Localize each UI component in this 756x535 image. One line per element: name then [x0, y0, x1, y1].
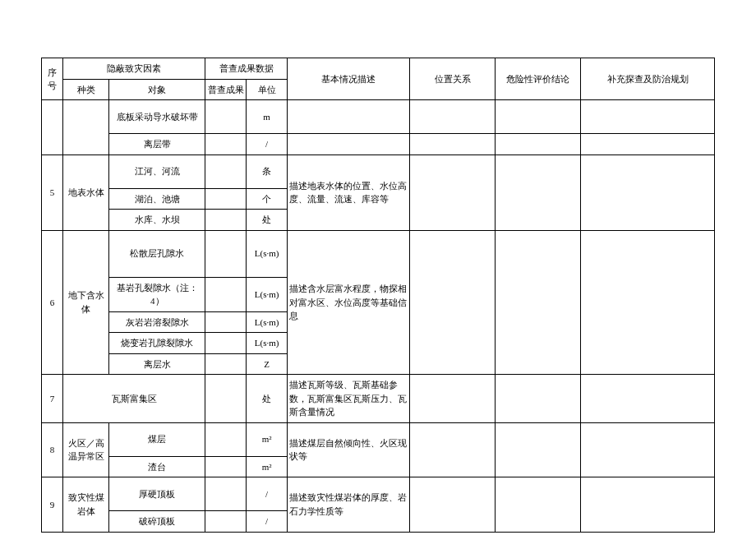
header-result: 普查成果 — [205, 79, 247, 100]
cell-object: 煤层 — [109, 422, 205, 456]
table-row: 7 瓦斯富集区 处 描述瓦斯等级、瓦斯基础参数，瓦斯富集区瓦斯压力、瓦斯含量情况 — [42, 375, 715, 423]
cell-unit: / — [247, 511, 288, 533]
cell-seq — [42, 100, 63, 155]
cell-kind — [63, 100, 109, 155]
page-content: 序号 隐蔽致灾因素 普查成果数据 基本情况描述 位置关系 危险性评价结论 补充探… — [0, 0, 756, 535]
cell-seq: 8 — [42, 422, 63, 477]
table-row: 9 致灾性煤岩体 厚硬顶板 / 描述致灾性煤岩体的厚度、岩石力学性质等 — [42, 477, 715, 511]
cell-object: 水库、水坝 — [109, 210, 205, 231]
cell-seq: 6 — [42, 230, 63, 375]
cell-unit: m² — [247, 422, 288, 456]
cell-desc: 描述致灾性煤岩体的厚度、岩石力学性质等 — [287, 477, 410, 533]
cell-object: 底板采动导水破坏带 — [109, 100, 205, 134]
header-basic: 基本情况描述 — [287, 58, 410, 100]
cell-pos — [410, 477, 496, 533]
cell-object: 基岩孔裂隙水（注：4） — [109, 277, 205, 311]
header-object: 对象 — [109, 79, 205, 100]
cell-desc: 描述地表水体的位置、水位高度、流量、流速、库容等 — [287, 155, 410, 230]
cell-kind-object: 瓦斯富集区 — [63, 375, 205, 423]
cell-result — [205, 375, 247, 423]
cell-unit: L(s·m) — [247, 277, 288, 311]
table-row: 5 地表水体 江河、河流 条 描述地表水体的位置、水位高度、流量、流速、库容等 — [42, 155, 715, 188]
cell-unit: L(s·m) — [247, 230, 288, 277]
cell-risk — [496, 422, 581, 477]
cell-plan — [581, 422, 715, 477]
header-seq: 序号 — [42, 58, 63, 100]
cell-object: 离层水 — [109, 353, 205, 375]
cell-object: 灰岩岩溶裂隙水 — [109, 311, 205, 333]
cell-object: 厚硬顶板 — [109, 477, 205, 511]
cell-risk — [496, 230, 581, 375]
cell-pos — [410, 100, 496, 134]
header-plan: 补充探查及防治规划 — [581, 58, 715, 100]
cell-desc: 描述瓦斯等级、瓦斯基础参数，瓦斯富集区瓦斯压力、瓦斯含量情况 — [287, 375, 410, 423]
hazard-survey-table: 序号 隐蔽致灾因素 普查成果数据 基本情况描述 位置关系 危险性评价结论 补充探… — [41, 58, 715, 533]
cell-unit: L(s·m) — [247, 311, 288, 333]
cell-object: 江河、河流 — [109, 155, 205, 188]
cell-unit: 条 — [247, 155, 288, 188]
cell-kind: 火区／高温异常区 — [63, 422, 109, 477]
header-hazard: 隐蔽致灾因素 — [63, 58, 205, 80]
cell-result — [205, 422, 247, 456]
header-pos: 位置关系 — [410, 58, 496, 100]
cell-seq: 7 — [42, 375, 63, 423]
cell-result — [205, 155, 247, 188]
cell-pos — [410, 134, 496, 155]
cell-plan — [581, 477, 715, 533]
table-row: 8 火区／高温异常区 煤层 m² 描述煤层自然倾向性、火区现状等 — [42, 422, 715, 456]
cell-seq: 5 — [42, 155, 63, 230]
cell-result — [205, 277, 247, 311]
cell-risk — [496, 100, 581, 134]
cell-plan — [581, 100, 715, 134]
cell-pos — [410, 375, 496, 423]
cell-result — [205, 188, 247, 210]
cell-unit: 处 — [247, 375, 288, 423]
cell-object: 烧变岩孔隙裂隙水 — [109, 333, 205, 354]
cell-kind: 致灾性煤岩体 — [63, 477, 109, 533]
cell-result — [205, 100, 247, 134]
cell-result — [205, 311, 247, 333]
table-row: 底板采动导水破坏带 m — [42, 100, 715, 134]
cell-risk — [496, 375, 581, 423]
cell-unit: m² — [247, 456, 288, 477]
cell-pos — [410, 230, 496, 375]
cell-unit: Z — [247, 353, 288, 375]
cell-plan — [581, 134, 715, 155]
cell-result — [205, 353, 247, 375]
cell-unit: L(s·m) — [247, 333, 288, 354]
table-row: 6 地下含水体 松散层孔隙水 L(s·m) 描述含水层富水程度，物探相对富水区、… — [42, 230, 715, 277]
cell-pos — [410, 422, 496, 477]
cell-seq: 9 — [42, 477, 63, 533]
cell-desc: 描述含水层富水程度，物探相对富水区、水位高度等基础信息 — [287, 230, 410, 375]
cell-result — [205, 333, 247, 354]
cell-risk — [496, 477, 581, 533]
cell-unit: / — [247, 134, 288, 155]
cell-unit: / — [247, 477, 288, 511]
cell-result — [205, 477, 247, 511]
cell-plan — [581, 155, 715, 230]
cell-risk — [496, 134, 581, 155]
header-unit: 单位 — [247, 79, 288, 100]
header-row-1: 序号 隐蔽致灾因素 普查成果数据 基本情况描述 位置关系 危险性评价结论 补充探… — [42, 58, 715, 80]
cell-result — [205, 456, 247, 477]
header-risk: 危险性评价结论 — [496, 58, 581, 100]
cell-unit: 处 — [247, 210, 288, 231]
cell-result — [205, 210, 247, 231]
cell-pos — [410, 155, 496, 230]
cell-desc — [287, 100, 410, 134]
cell-result — [205, 134, 247, 155]
cell-desc — [287, 134, 410, 155]
cell-plan — [581, 230, 715, 375]
cell-object: 湖泊、池塘 — [109, 188, 205, 210]
header-kind: 种类 — [63, 79, 109, 100]
cell-object: 离层带 — [109, 134, 205, 155]
cell-plan — [581, 375, 715, 423]
cell-risk — [496, 155, 581, 230]
table-row: 离层带 / — [42, 134, 715, 155]
cell-object: 松散层孔隙水 — [109, 230, 205, 277]
cell-object: 破碎顶板 — [109, 511, 205, 533]
cell-unit: 个 — [247, 188, 288, 210]
cell-kind: 地下含水体 — [63, 230, 109, 375]
cell-desc: 描述煤层自然倾向性、火区现状等 — [287, 422, 410, 477]
cell-kind: 地表水体 — [63, 155, 109, 230]
